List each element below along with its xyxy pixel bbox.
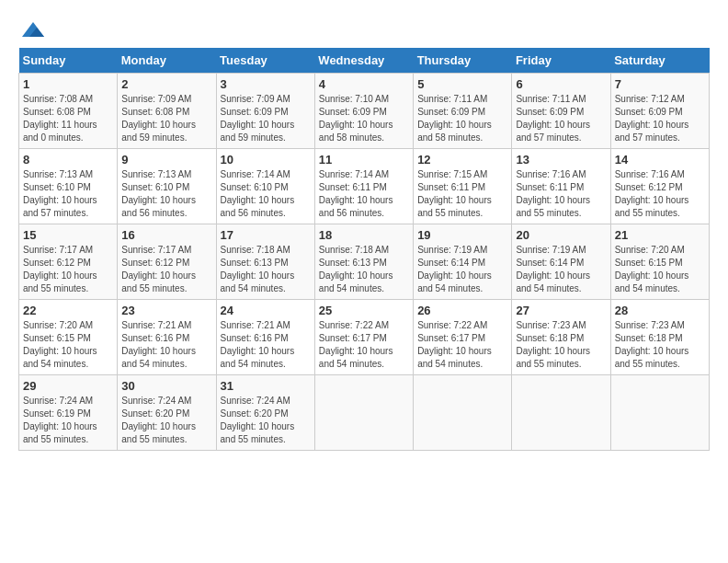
day-info: Sunrise: 7:09 AMSunset: 6:08 PMDaylight:…: [121, 93, 211, 144]
day-info: Sunrise: 7:11 AMSunset: 6:09 PMDaylight:…: [516, 93, 606, 144]
calendar-cell: 4Sunrise: 7:10 AMSunset: 6:09 PMDaylight…: [314, 74, 413, 149]
day-info: Sunrise: 7:20 AMSunset: 6:15 PMDaylight:…: [615, 244, 705, 295]
calendar-cell: 1Sunrise: 7:08 AMSunset: 6:08 PMDaylight…: [19, 74, 118, 149]
calendar-cell: 5Sunrise: 7:11 AMSunset: 6:09 PMDaylight…: [414, 74, 512, 149]
day-number: 4: [319, 77, 409, 91]
day-number: 28: [615, 304, 705, 317]
calendar-cell: 6Sunrise: 7:11 AMSunset: 6:09 PMDaylight…: [512, 74, 610, 149]
day-number: 18: [319, 228, 409, 242]
calendar-cell: 10Sunrise: 7:14 AMSunset: 6:10 PMDayligh…: [216, 149, 314, 224]
calendar-table: SundayMondayTuesdayWednesdayThursdayFrid…: [18, 48, 710, 451]
day-info: Sunrise: 7:08 AMSunset: 6:08 PMDaylight:…: [23, 93, 113, 144]
weekday-header-thursday: Thursday: [414, 48, 512, 74]
day-info: Sunrise: 7:22 AMSunset: 6:17 PMDaylight:…: [417, 319, 507, 371]
day-number: 16: [121, 228, 211, 242]
day-number: 2: [121, 77, 211, 91]
calendar-cell: [414, 375, 512, 451]
day-info: Sunrise: 7:19 AMSunset: 6:14 PMDaylight:…: [516, 244, 606, 295]
day-number: 11: [319, 153, 409, 167]
weekday-header-saturday: Saturday: [610, 48, 709, 74]
calendar-week-3: 15Sunrise: 7:17 AMSunset: 6:12 PMDayligh…: [19, 224, 710, 300]
weekday-header-wednesday: Wednesday: [314, 48, 413, 74]
calendar-cell: 29Sunrise: 7:24 AMSunset: 6:19 PMDayligh…: [19, 375, 118, 451]
day-info: Sunrise: 7:12 AMSunset: 6:09 PMDaylight:…: [615, 93, 705, 144]
day-info: Sunrise: 7:22 AMSunset: 6:17 PMDaylight:…: [319, 319, 409, 371]
calendar-cell: 22Sunrise: 7:20 AMSunset: 6:15 PMDayligh…: [19, 300, 118, 375]
day-number: 14: [615, 153, 705, 167]
calendar-cell: 15Sunrise: 7:17 AMSunset: 6:12 PMDayligh…: [19, 224, 118, 300]
logo-icon: [20, 18, 46, 39]
day-number: 29: [23, 379, 113, 393]
calendar-cell: [512, 375, 610, 451]
day-number: 25: [319, 304, 409, 317]
day-number: 7: [615, 77, 705, 91]
day-number: 10: [221, 153, 311, 167]
calendar-cell: 13Sunrise: 7:16 AMSunset: 6:11 PMDayligh…: [512, 149, 610, 224]
day-info: Sunrise: 7:18 AMSunset: 6:13 PMDaylight:…: [221, 244, 311, 295]
day-number: 15: [23, 228, 113, 242]
calendar-cell: 14Sunrise: 7:16 AMSunset: 6:12 PMDayligh…: [610, 149, 709, 224]
day-info: Sunrise: 7:24 AMSunset: 6:19 PMDaylight:…: [23, 395, 113, 446]
day-number: 9: [121, 153, 211, 167]
day-info: Sunrise: 7:14 AMSunset: 6:10 PMDaylight:…: [221, 168, 311, 220]
day-info: Sunrise: 7:24 AMSunset: 6:20 PMDaylight:…: [221, 395, 311, 446]
calendar-cell: 11Sunrise: 7:14 AMSunset: 6:11 PMDayligh…: [314, 149, 413, 224]
weekday-header-tuesday: Tuesday: [216, 48, 314, 74]
day-info: Sunrise: 7:11 AMSunset: 6:09 PMDaylight:…: [417, 93, 507, 144]
calendar-cell: 26Sunrise: 7:22 AMSunset: 6:17 PMDayligh…: [414, 300, 512, 375]
day-info: Sunrise: 7:14 AMSunset: 6:11 PMDaylight:…: [319, 168, 409, 220]
day-number: 30: [121, 379, 211, 393]
day-number: 26: [417, 304, 507, 317]
calendar-week-5: 29Sunrise: 7:24 AMSunset: 6:19 PMDayligh…: [19, 375, 710, 451]
day-info: Sunrise: 7:23 AMSunset: 6:18 PMDaylight:…: [516, 319, 606, 371]
calendar-cell: 20Sunrise: 7:19 AMSunset: 6:14 PMDayligh…: [512, 224, 610, 300]
calendar-week-4: 22Sunrise: 7:20 AMSunset: 6:15 PMDayligh…: [19, 300, 710, 375]
calendar-cell: [610, 375, 709, 451]
weekday-header-friday: Friday: [512, 48, 610, 74]
day-info: Sunrise: 7:13 AMSunset: 6:10 PMDaylight:…: [23, 168, 113, 220]
calendar-cell: 3Sunrise: 7:09 AMSunset: 6:09 PMDaylight…: [216, 74, 314, 149]
day-number: 20: [516, 228, 606, 242]
calendar-cell: 16Sunrise: 7:17 AMSunset: 6:12 PMDayligh…: [118, 224, 216, 300]
day-number: 27: [516, 304, 606, 317]
calendar-cell: 17Sunrise: 7:18 AMSunset: 6:13 PMDayligh…: [216, 224, 314, 300]
day-number: 19: [417, 228, 507, 242]
calendar-cell: 24Sunrise: 7:21 AMSunset: 6:16 PMDayligh…: [216, 300, 314, 375]
day-info: Sunrise: 7:18 AMSunset: 6:13 PMDaylight:…: [319, 244, 409, 295]
calendar-cell: 23Sunrise: 7:21 AMSunset: 6:16 PMDayligh…: [118, 300, 216, 375]
calendar-cell: 2Sunrise: 7:09 AMSunset: 6:08 PMDaylight…: [118, 74, 216, 149]
calendar-week-2: 8Sunrise: 7:13 AMSunset: 6:10 PMDaylight…: [19, 149, 710, 224]
day-number: 1: [23, 77, 113, 91]
calendar-cell: 8Sunrise: 7:13 AMSunset: 6:10 PMDaylight…: [19, 149, 118, 224]
day-number: 13: [516, 153, 606, 167]
day-info: Sunrise: 7:23 AMSunset: 6:18 PMDaylight:…: [615, 319, 705, 371]
calendar-cell: 27Sunrise: 7:23 AMSunset: 6:18 PMDayligh…: [512, 300, 610, 375]
calendar-cell: 19Sunrise: 7:19 AMSunset: 6:14 PMDayligh…: [414, 224, 512, 300]
day-number: 6: [516, 77, 606, 91]
page-header: [18, 18, 710, 39]
calendar-cell: 28Sunrise: 7:23 AMSunset: 6:18 PMDayligh…: [610, 300, 709, 375]
day-info: Sunrise: 7:24 AMSunset: 6:20 PMDaylight:…: [121, 395, 211, 446]
day-number: 22: [23, 304, 113, 317]
weekday-header-row: SundayMondayTuesdayWednesdayThursdayFrid…: [19, 48, 710, 74]
day-info: Sunrise: 7:15 AMSunset: 6:11 PMDaylight:…: [417, 168, 507, 220]
calendar-cell: 18Sunrise: 7:18 AMSunset: 6:13 PMDayligh…: [314, 224, 413, 300]
calendar-cell: 21Sunrise: 7:20 AMSunset: 6:15 PMDayligh…: [610, 224, 709, 300]
day-number: 31: [221, 379, 311, 393]
day-number: 21: [615, 228, 705, 242]
day-number: 8: [23, 153, 113, 167]
calendar-cell: 25Sunrise: 7:22 AMSunset: 6:17 PMDayligh…: [314, 300, 413, 375]
calendar-cell: 7Sunrise: 7:12 AMSunset: 6:09 PMDaylight…: [610, 74, 709, 149]
day-info: Sunrise: 7:17 AMSunset: 6:12 PMDaylight:…: [23, 244, 113, 295]
day-number: 5: [417, 77, 507, 91]
calendar-cell: 31Sunrise: 7:24 AMSunset: 6:20 PMDayligh…: [216, 375, 314, 451]
day-info: Sunrise: 7:09 AMSunset: 6:09 PMDaylight:…: [221, 93, 311, 144]
day-number: 17: [221, 228, 311, 242]
day-info: Sunrise: 7:17 AMSunset: 6:12 PMDaylight:…: [121, 244, 211, 295]
weekday-header-sunday: Sunday: [19, 48, 118, 74]
day-info: Sunrise: 7:10 AMSunset: 6:09 PMDaylight:…: [319, 93, 409, 144]
day-info: Sunrise: 7:21 AMSunset: 6:16 PMDaylight:…: [121, 319, 211, 371]
day-number: 23: [121, 304, 211, 317]
day-info: Sunrise: 7:16 AMSunset: 6:11 PMDaylight:…: [516, 168, 606, 220]
day-number: 24: [221, 304, 311, 317]
